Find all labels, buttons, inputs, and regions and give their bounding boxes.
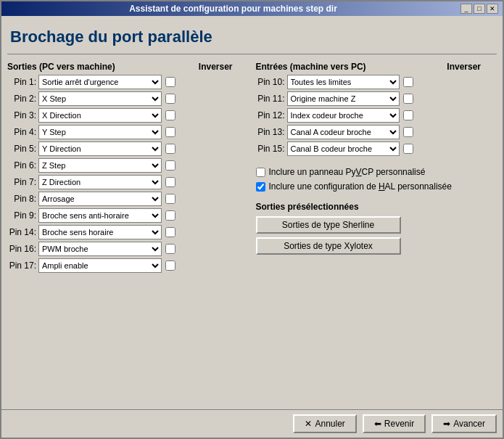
pin12-checkbox[interactable] <box>403 110 413 120</box>
pin-row-3: Pin 3: X Direction <box>7 108 249 123</box>
main-window: Assistant de configuration pour machines… <box>0 0 504 439</box>
pin15-checkbox[interactable] <box>403 144 413 154</box>
pin-row-8: Pin 8: Arrosage <box>7 192 249 206</box>
pin11-checkbox[interactable] <box>403 94 413 104</box>
pyvcp-checkbox[interactable] <box>256 168 265 177</box>
pin2-checkbox[interactable] <box>165 94 175 104</box>
pin-row-7: Pin 7: Z Direction <box>7 175 249 189</box>
right-options: Inclure un panneau PyVCP personnalisé In… <box>256 167 497 192</box>
pin-row-16: Pin 16: PWM broche <box>7 242 249 256</box>
pin14-label: Pin 14: <box>7 227 36 237</box>
pyvcp-label: Inclure un panneau PyVCP personnalisé <box>269 167 426 177</box>
pin9-checkbox[interactable] <box>165 210 175 221</box>
pin17-label: Pin 17: <box>7 260 36 271</box>
back-label: Revenir <box>384 419 414 429</box>
page-title: Brochage du port parallèle <box>7 22 497 54</box>
close-button[interactable]: ✕ <box>487 4 498 14</box>
pin5-checkbox[interactable] <box>165 144 175 154</box>
right-column: Entrées (machine vers PC) Inverser Pin 1… <box>256 62 497 403</box>
pin6-select[interactable]: Z Step <box>38 158 162 173</box>
pin12-select[interactable]: Index codeur broche <box>287 108 400 123</box>
cancel-label: Annuler <box>315 419 344 429</box>
next-icon: ➡ <box>443 419 450 429</box>
pin-row-9: Pin 9: Broche sens anti-horaire <box>7 208 249 223</box>
left-inverser-label: Inverser <box>199 62 233 72</box>
pin-row-10: Pin 10: Toutes les limites <box>256 75 497 89</box>
pin12-label: Pin 12: <box>256 110 285 120</box>
pin10-checkbox[interactable] <box>403 77 413 87</box>
pin10-label: Pin 10: <box>256 77 285 87</box>
pin17-select[interactable]: Ampli enable <box>38 258 162 273</box>
pin13-checkbox[interactable] <box>403 127 413 137</box>
back-button[interactable]: ⬅ Revenir <box>363 414 426 433</box>
pin8-select[interactable]: Arrosage <box>38 192 162 206</box>
cancel-icon: ✕ <box>305 419 312 429</box>
pin4-label: Pin 4: <box>7 127 36 137</box>
main-area: Sorties (PC vers machine) Inverser Pin 1… <box>7 62 497 403</box>
left-column: Sorties (PC vers machine) Inverser Pin 1… <box>7 62 249 403</box>
pin7-checkbox[interactable] <box>165 177 175 187</box>
pin4-checkbox[interactable] <box>165 127 175 137</box>
pin13-label: Pin 13: <box>256 127 285 137</box>
pin8-label: Pin 8: <box>7 194 36 204</box>
pin-row-2: Pin 2: X Step <box>7 91 249 106</box>
presel-section: Sorties présélectionnées Sorties de type… <box>256 202 497 258</box>
pin-row-13: Pin 13: Canal A codeur broche <box>256 125 497 139</box>
pin1-checkbox[interactable] <box>165 77 175 87</box>
content-area: Brochage du port parallèle Sorties (PC v… <box>1 16 503 409</box>
pin6-checkbox[interactable] <box>165 160 175 171</box>
pin9-select[interactable]: Broche sens anti-horaire <box>38 208 162 223</box>
pin16-checkbox[interactable] <box>165 244 175 254</box>
next-button[interactable]: ➡ Avancer <box>431 414 497 433</box>
pin16-select[interactable]: PWM broche <box>38 242 162 256</box>
right-section-header: Entrées (machine vers PC) Inverser <box>256 62 497 72</box>
titlebar: Assistant de configuration pour machines… <box>1 1 503 16</box>
pin15-select[interactable]: Canal B codeur broche <box>287 141 400 156</box>
pin-row-4: Pin 4: Y Step <box>7 125 249 139</box>
pin5-select[interactable]: Y Direction <box>38 141 162 156</box>
pin3-select[interactable]: X Direction <box>38 108 162 123</box>
pin7-select[interactable]: Z Direction <box>38 175 162 189</box>
window-title: Assistant de configuration pour machines… <box>6 4 460 14</box>
option-row-2: Inclure une configuration de HAL personn… <box>256 181 497 192</box>
presel-title: Sorties présélectionnées <box>256 202 497 212</box>
option-row-1: Inclure un panneau PyVCP personnalisé <box>256 167 497 177</box>
pin15-label: Pin 15: <box>256 144 285 154</box>
entrees-label: Entrées (machine vers PC) <box>256 62 366 72</box>
pin4-select[interactable]: Y Step <box>38 125 162 139</box>
footer: ✕ Annuler ⬅ Revenir ➡ Avancer <box>1 409 503 438</box>
pin3-checkbox[interactable] <box>165 110 175 120</box>
pin11-select[interactable]: Origine machine Z <box>287 91 400 106</box>
cancel-button[interactable]: ✕ Annuler <box>293 414 356 433</box>
sherline-button[interactable]: Sorties de type Sherline <box>256 216 401 234</box>
back-icon: ⬅ <box>374 419 381 429</box>
pin-row-5: Pin 5: Y Direction <box>7 141 249 156</box>
pin-row-12: Pin 12: Index codeur broche <box>256 108 497 123</box>
pin14-checkbox[interactable] <box>165 227 175 237</box>
pin7-label: Pin 7: <box>7 177 36 187</box>
pin1-label: Pin 1: <box>7 77 36 87</box>
pin17-checkbox[interactable] <box>165 260 175 271</box>
maximize-button[interactable]: □ <box>474 4 485 14</box>
pin8-checkbox[interactable] <box>165 194 175 204</box>
left-section-header: Sorties (PC vers machine) Inverser <box>7 62 249 72</box>
pin10-select[interactable]: Toutes les limites <box>287 75 400 89</box>
minimize-button[interactable]: _ <box>460 4 472 14</box>
pin-row-14: Pin 14: Broche sens horaire <box>7 225 249 239</box>
sorties-label: Sorties (PC vers machine) <box>7 62 115 72</box>
right-inverser-label: Inverser <box>447 62 481 72</box>
pin6-label: Pin 6: <box>7 160 36 171</box>
hal-checkbox[interactable] <box>256 182 265 192</box>
pin14-select[interactable]: Broche sens horaire <box>38 225 162 239</box>
pin1-select[interactable]: Sortie arrêt d'urgence <box>38 75 162 89</box>
pin-row-6: Pin 6: Z Step <box>7 158 249 173</box>
pin13-select[interactable]: Canal A codeur broche <box>287 125 400 139</box>
pin2-select[interactable]: X Step <box>38 91 162 106</box>
xylotex-button[interactable]: Sorties de type Xylotex <box>256 237 401 255</box>
pin11-label: Pin 11: <box>256 94 285 104</box>
right-top: Entrées (machine vers PC) Inverser Pin 1… <box>256 62 497 158</box>
pin-row-11: Pin 11: Origine machine Z <box>256 91 497 106</box>
pin-row-1: Pin 1: Sortie arrêt d'urgence <box>7 75 249 89</box>
pin9-label: Pin 9: <box>7 210 36 221</box>
pin-row-17: Pin 17: Ampli enable <box>7 258 249 273</box>
